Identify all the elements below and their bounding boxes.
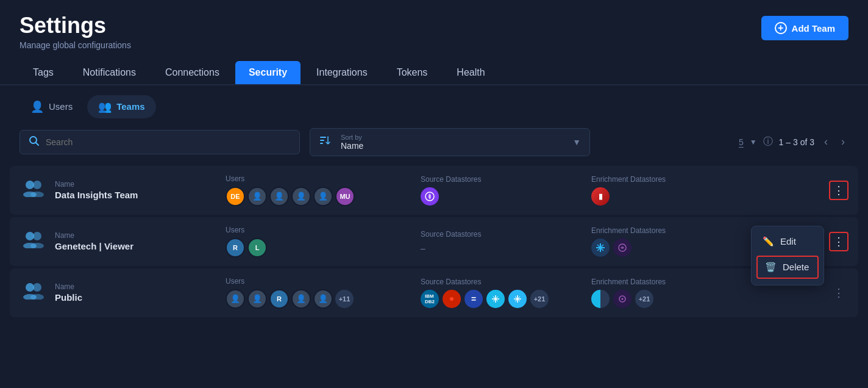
page-size-chevron-icon: ▼ [750,138,757,146]
kebab-menu-button[interactable]: ⋮ [829,232,848,251]
team-users-icon [22,230,44,253]
tab-connections[interactable]: Connections [152,61,233,84]
page-size: 5 [739,137,744,147]
team-name-col: Name Genetech | Viewer [55,231,226,251]
sort-chevron-icon: ▼ [572,137,581,147]
users-col: Users DE 👤 👤 👤 👤 MU [226,174,421,206]
enrichment-ds-icons: ▮ [591,187,762,206]
context-menu: ✏️ Edit 🗑️ Delete [751,226,824,286]
sort-value: Name [341,141,566,151]
ds-icon: ▮ [591,187,610,206]
search-box [20,130,300,154]
tab-security[interactable]: Security [235,61,301,84]
add-team-button[interactable]: + Add Team [761,16,848,40]
name-label: Name [55,180,226,189]
enrichment-datastores-col: Enrichment Datastores +21 [591,278,762,308]
team-name: Public [55,292,226,303]
source-plus-count: +21 [530,290,549,308]
page-header: Settings Manage global configurations + … [0,0,868,50]
enrichment-ds-icons [591,239,762,257]
svg-point-11 [33,232,41,240]
users-col: Users R L [226,226,421,257]
pagination: 5 ▼ ⓘ 1 – 3 of 3 ‹ › [739,134,848,149]
row-actions: ✏️ Edit 🗑️ Delete ➜ ⋮ [829,232,848,251]
prev-page-button[interactable]: ‹ [820,134,831,149]
svg-point-19 [26,283,34,292]
search-icon [29,135,40,149]
ds-icon: IBMDB2 [421,290,439,308]
users-avatar-row: R L [226,238,421,257]
sort-icon [319,134,331,149]
avatar: R [269,289,289,309]
ds-icon: = [464,290,483,308]
svg-rect-2 [320,137,326,138]
subtabs: 👤 Users 👥 Teams [0,85,868,118]
avatar: 👤 [269,187,289,206]
table-row: Name Data Insights Team Users DE 👤 👤 👤 👤 [10,166,858,215]
ds-icon [613,239,631,257]
ds-icon [591,239,610,257]
enrichment-plus-count: +21 [635,290,653,308]
team-icon-wrap [20,279,46,306]
subtab-users[interactable]: 👤 Users [20,95,84,118]
users-plus-count: +11 [335,290,354,308]
page-subtitle: Manage global configurations [20,40,131,50]
users-avatar-row: 👤 👤 R 👤 👤 +11 [226,289,421,309]
next-page-button[interactable]: › [838,134,848,149]
user-icon: 👤 [30,100,44,113]
teams-icon: 👥 [98,100,112,113]
avatar: 👤 [247,289,267,309]
avatar: 👤 [291,187,311,206]
avatar: MU [335,187,355,206]
svg-point-6 [33,181,41,189]
source-datastores-col: Source Datastores – [421,230,591,253]
team-name-col: Name Data Insights Team [55,180,226,200]
svg-point-5 [26,181,34,189]
source-datastores-col: Source Datastores IBMDB2 = [421,278,591,308]
team-users-icon [22,281,44,304]
avatar: 👤 [247,187,267,206]
enrichment-datastores-col: Enrichment Datastores [591,226,762,257]
ds-icon [591,290,610,308]
table-row: Name Genetech | Viewer Users R L Source … [10,217,858,266]
team-name: Genetech | Viewer [55,241,226,251]
plus-circle-icon: + [775,22,787,34]
kebab-menu-button[interactable]: ⋮ [829,283,848,303]
tab-integrations[interactable]: Integrations [303,61,381,84]
toolbar: Sort by Name ▼ 5 ▼ ⓘ 1 – 3 of 3 ‹ › [0,118,868,166]
tab-tokens[interactable]: Tokens [383,61,441,84]
source-ds-icons [421,187,591,206]
svg-point-20 [33,283,41,292]
avatar: 👤 [226,289,245,309]
help-icon[interactable]: ⓘ [763,135,773,148]
svg-rect-3 [320,140,324,141]
team-name-col: Name Public [55,282,226,303]
sort-dropdown[interactable]: Sort by Name ▼ [310,128,590,156]
row-actions: ⋮ [829,283,848,303]
avatar: 👤 [313,289,333,309]
ds-icon [443,290,461,308]
team-users-icon [22,179,44,201]
kebab-menu-button[interactable]: ⋮ [829,181,848,200]
svg-point-10 [26,232,34,240]
team-icon-wrap [20,228,46,255]
search-input[interactable] [46,137,291,147]
delete-menu-item[interactable]: 🗑️ Delete [756,256,819,279]
enrichment-datastores-col: Enrichment Datastores ▮ [591,175,762,206]
row-actions: ⋮ [829,181,848,200]
sort-label-group: Sort by Name [341,134,566,151]
edit-label: Edit [780,236,796,246]
avatar: 👤 [313,187,333,206]
sort-by-label: Sort by [341,134,566,141]
tab-health[interactable]: Health [443,61,498,84]
source-ds-icons: IBMDB2 = [421,290,591,308]
subtab-teams[interactable]: 👥 Teams [87,95,155,118]
team-icon-wrap [20,177,46,204]
tab-notifications[interactable]: Notifications [69,61,149,84]
tab-tags[interactable]: Tags [20,61,67,84]
table-row: Name Public Users 👤 👤 R 👤 👤 +11 [10,268,858,317]
avatar: DE [226,187,245,206]
ds-icon [421,187,439,206]
ds-icon [508,290,527,308]
edit-menu-item[interactable]: ✏️ Edit [752,230,824,253]
